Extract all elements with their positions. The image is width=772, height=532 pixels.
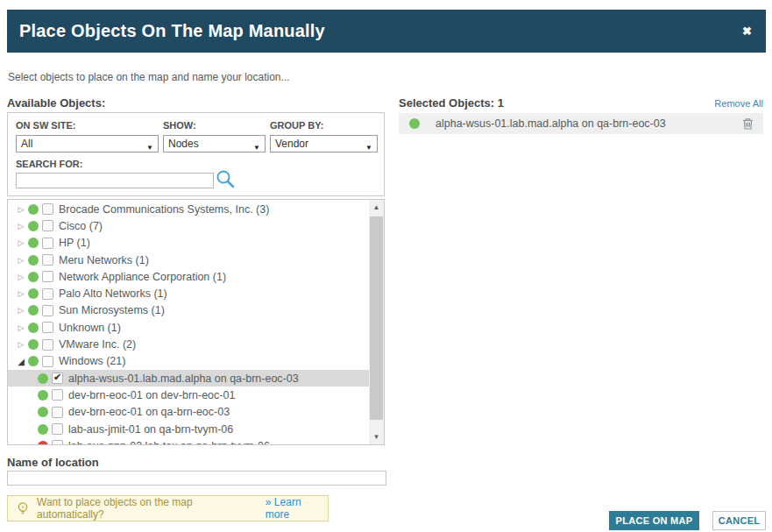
tree-group-row[interactable]: ▷ HP (1) [8,235,369,252]
status-up-icon [28,272,39,282]
on-sw-site-select[interactable]: All ▼ [16,135,159,153]
tree-item-label: dev-brn-eoc-01 on qa-brn-eoc-03 [68,406,230,418]
chevron-down-icon: ▼ [146,140,153,156]
chevron-down-icon: ▼ [365,140,372,156]
notice-text: Want to place objects on the map automat… [37,496,262,521]
tree-group-row[interactable]: ▷ Brocade Communications Systems, Inc. (… [8,201,369,217]
tree-item-row[interactable]: dev-brn-eoc-01 on qa-brn-eoc-03 [8,404,369,421]
status-up-icon [38,373,48,384]
checkbox[interactable] [52,440,63,445]
tree-group-label: Unknown (1) [59,322,121,334]
selected-object-row[interactable]: alpha-wsus-01.lab.mad.alpha on qa-brn-eo… [399,113,763,134]
status-up-icon [38,407,48,417]
show-label: SHOW: [163,120,196,131]
status-up-icon [28,288,39,299]
expand-icon[interactable]: ▷ [16,306,26,315]
dialog-place-objects: Place Objects On The Map Manually ✖ Sele… [0,0,772,532]
checkbox-checked[interactable] [52,372,63,384]
expand-icon[interactable]: ▷ [16,340,26,349]
collapse-icon[interactable]: ◢ [16,357,26,366]
group-by-select[interactable]: Vendor ▼ [270,135,378,153]
available-objects-tree: ▷ Brocade Communications Systems, Inc. (… [7,199,385,445]
tree-group-row[interactable]: ▷ Unknown (1) [8,319,369,336]
auto-placement-notice: Want to place objects on the map automat… [7,495,329,521]
tree-group-label: Cisco (7) [59,220,103,232]
tree-group-label: Windows (21) [59,355,125,367]
tree-item-row-selected[interactable]: alpha-wsus-01.lab.mad.alpha on qa-brn-eo… [8,370,369,387]
search-input[interactable] [16,173,214,188]
expand-icon[interactable]: ▷ [16,289,26,298]
checkbox[interactable] [52,389,63,401]
checkbox[interactable] [42,339,53,351]
search-icon[interactable] [215,168,236,193]
tree-group-row[interactable]: ▷ Sun Microsystems (1) [8,302,369,319]
place-on-map-button[interactable]: PLACE ON MAP [609,511,699,530]
tree-item-label: lab-aus-jmit-01 on qa-brn-tvym-06 [68,423,233,436]
tree-group-row[interactable]: ▷ Palo Alto Networks (1) [8,285,369,301]
tree-group-label: Palo Alto Networks (1) [59,287,167,300]
close-icon[interactable]: ✖ [742,10,752,53]
checkbox[interactable] [42,203,53,215]
location-name-input[interactable] [7,471,386,486]
search-for-label: SEARCH FOR: [16,159,82,169]
show-select[interactable]: Nodes ▼ [163,135,266,153]
tree-group-row[interactable]: ▷ Meru Networks (1) [8,252,369,268]
expand-icon[interactable]: ▷ [16,238,26,247]
selected-objects-label: Selected Objects: 1 [399,96,504,110]
tree-group-label: Network Appliance Corporation (1) [59,271,226,283]
lightbulb-icon [16,501,30,516]
scrollbar-thumb[interactable] [370,216,383,420]
tree-item-row[interactable]: dev-brn-eoc-01 on dev-brn-eoc-01 [8,387,369,403]
remove-all-link[interactable]: Remove All [714,98,763,109]
status-up-icon [28,305,39,316]
checkbox[interactable] [42,356,53,367]
learn-more-link[interactable]: » Learn more [266,496,328,521]
checkbox[interactable] [42,305,53,316]
dialog-header: Place Objects On The Map Manually ✖ [7,10,766,53]
tree-item-label: dev-brn-eoc-01 on dev-brn-eoc-01 [68,389,235,401]
expand-icon[interactable]: ▷ [16,205,26,214]
tree-scrollbar[interactable]: ▲ ▼ [369,200,384,444]
tree-group-row[interactable]: ▷ Network Appliance Corporation (1) [8,268,369,285]
filters-panel: ON SW SITE: SHOW: GROUP BY: All ▼ Nodes … [7,112,385,196]
tree-group-label: Sun Microsystems (1) [59,304,165,316]
checkbox[interactable] [42,238,53,249]
status-up-icon [28,238,39,248]
scroll-up-icon[interactable]: ▲ [369,200,384,215]
tree-group-row[interactable]: ▷ VMware Inc. (2) [8,336,369,352]
tree-group-label: Brocade Communications Systems, Inc. (3) [59,203,269,216]
tree-group-row-windows[interactable]: ◢ Windows (21) [8,353,369,370]
checkbox[interactable] [42,288,53,300]
on-sw-site-label: ON SW SITE: [16,120,75,131]
tree-item-row[interactable]: lab-aus-ppp-03.lab.tex on qa-brn-tvym-06 [8,437,369,445]
checkbox[interactable] [42,220,53,231]
scroll-down-icon[interactable]: ▼ [369,429,384,444]
tree-group-label: HP (1) [59,237,90,249]
expand-icon[interactable]: ▷ [16,273,26,281]
status-up-icon [409,118,420,129]
status-up-icon [28,323,39,333]
checkbox[interactable] [52,407,63,418]
checkbox[interactable] [42,271,53,282]
tree-group-label: VMware Inc. (2) [59,338,136,351]
tree-item-row[interactable]: lab-aus-jmit-01 on qa-brn-tvym-06 [8,421,369,437]
tree-group-row[interactable]: ▷ Cisco (7) [8,217,369,234]
status-up-icon [38,424,48,435]
expand-icon[interactable]: ▷ [16,323,26,332]
checkbox[interactable] [52,423,63,435]
expand-icon[interactable]: ▷ [16,222,26,231]
trash-icon[interactable] [741,117,754,133]
status-down-icon [38,441,48,445]
checkbox[interactable] [42,254,53,266]
group-by-label: GROUP BY: [270,120,323,131]
tree-group-label: Meru Networks (1) [59,254,149,266]
selected-object-label: alpha-wsus-01.lab.mad.alpha on qa-brn-eo… [436,117,666,130]
expand-icon[interactable]: ▷ [16,256,26,265]
group-by-value: Vendor [275,138,308,150]
status-up-icon [38,390,48,401]
status-up-icon [28,204,39,215]
status-up-icon [28,255,39,266]
chevron-down-icon: ▼ [253,140,260,156]
checkbox[interactable] [42,322,53,333]
cancel-button[interactable]: CANCEL [712,511,766,530]
